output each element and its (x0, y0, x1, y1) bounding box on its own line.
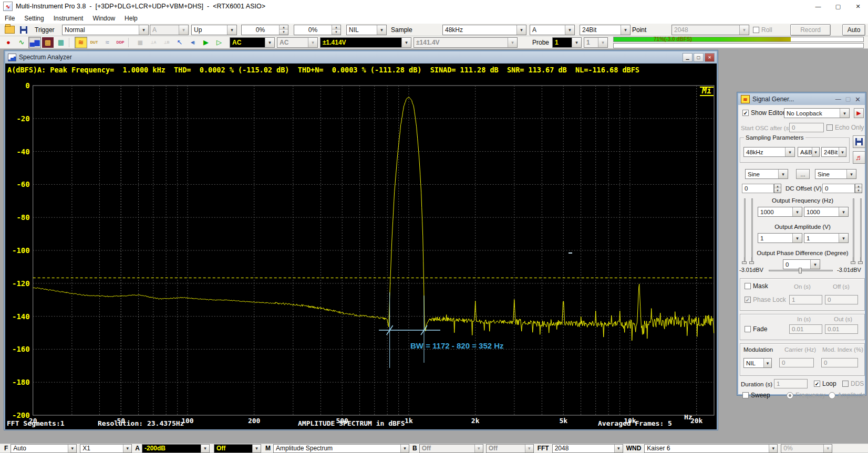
dds-checkbox[interactable]: DDS (842, 380, 864, 387)
spectrum-3d-plot-icon[interactable]: ▦ (55, 37, 67, 48)
display-mode-select[interactable]: Amplitude Spectrum▾ (273, 444, 409, 453)
coupling-b-select[interactable]: AC▾ (277, 37, 318, 48)
range-a-select[interactable]: ±1.414V▾ (320, 37, 411, 48)
y-range-a-select[interactable]: -200dB▾ (142, 444, 210, 453)
sound-output-icon[interactable]: ◀) (187, 37, 199, 48)
mask-checkbox[interactable]: Mask (745, 282, 768, 290)
point-count-select[interactable]: 2048▾ (671, 25, 749, 35)
amplitude-a-select[interactable]: 1▾ (758, 233, 802, 243)
close-button[interactable]: ✕ (848, 0, 868, 13)
dc-offset-b-spinner[interactable]: ▲▼ (855, 184, 862, 193)
sweep-frequency-radio[interactable]: Frequency (787, 392, 825, 399)
minimize-button[interactable]: — (808, 0, 828, 13)
sample-bits-select[interactable]: 24Bit▾ (580, 25, 631, 35)
dc-offset-b-input[interactable]: 0 (822, 184, 855, 193)
child-minimize-button[interactable]: ▁ (683, 53, 693, 62)
trigger-source-select[interactable]: A▾ (150, 25, 189, 35)
spectrum-analyzer-icon[interactable]: ▄▆ (28, 37, 41, 48)
processing-a-select[interactable]: Off▾ (214, 444, 261, 453)
spin-up-icon[interactable]: ▲ (332, 25, 340, 30)
hot-panel-icon[interactable]: ◼ (134, 37, 147, 48)
overlap-select[interactable]: 0%▾ (781, 444, 832, 453)
multimeter-icon[interactable]: ▩ (42, 37, 54, 48)
gen-sample-rate-select[interactable]: 48kHz▾ (743, 147, 795, 157)
zoom-select[interactable]: X1▾ (80, 444, 132, 453)
phase-lock-checkbox[interactable]: Phase Lock (745, 296, 786, 303)
coupling-a-select[interactable]: AC▾ (230, 37, 275, 48)
fade-out-input[interactable]: 0.01 (825, 324, 858, 334)
run-continuous-icon[interactable]: ▷ (213, 37, 225, 48)
label-b-icon[interactable]: ⊥B (160, 37, 173, 48)
cursor-probe-icon[interactable]: ↖ (173, 37, 186, 48)
trigger-hpf-select[interactable]: NIL▾ (346, 25, 387, 35)
duration-input[interactable]: 1 (774, 379, 808, 388)
sweep-amplitude-radio[interactable]: Amplitude (829, 392, 865, 399)
spin-up-icon[interactable]: ▲ (774, 184, 781, 188)
signal-generator-titlebar[interactable]: ≋ Signal Gener... — ▢ ✕ (738, 93, 865, 105)
trigger-level-spinner[interactable]: 0%▲▼ (241, 25, 288, 35)
mask-off-input[interactable]: 0 (825, 295, 858, 304)
window-function-select[interactable]: Kaiser 6▾ (644, 444, 778, 453)
level-slider-handle[interactable] (742, 261, 747, 264)
menu-item-setting[interactable]: Setting (19, 15, 48, 22)
spectrum-window-titlebar[interactable]: ▂▅▇ Spectrum Analyzer ▁ ▢ ✕ (5, 51, 717, 64)
frequency-b-select[interactable]: 1000▾ (804, 207, 849, 217)
gen-save-button[interactable] (853, 135, 865, 148)
spin-up-icon[interactable]: ▲ (855, 184, 862, 188)
menu-item-window[interactable]: Window (88, 15, 120, 22)
save-file-button[interactable] (17, 24, 30, 36)
trigger-delay-spinner[interactable]: 0%▲▼ (294, 25, 341, 35)
open-file-button[interactable] (3, 24, 16, 36)
probe-b-select[interactable]: 1▾ (584, 37, 608, 48)
menu-item-help[interactable]: Help (120, 15, 142, 22)
start-osc-input[interactable]: 0 (789, 123, 824, 132)
spectrum-plot[interactable]: 0-20-40-60-80-100-120-140-160-180-200205… (5, 76, 717, 429)
panel-minimize-button[interactable]: — (835, 96, 841, 103)
freq-axis-select[interactable]: Auto▾ (11, 444, 77, 453)
waveform-b-select[interactable]: Sine▾ (815, 169, 856, 179)
waveform-a-select[interactable]: Sine▾ (745, 169, 788, 179)
loopback-select[interactable]: No Loopback▾ (784, 108, 850, 118)
sweep-checkbox[interactable]: Sweep (742, 392, 770, 399)
dc-offset-a-spinner[interactable]: ▲▼ (774, 184, 781, 193)
loop-checkbox[interactable]: Loop (814, 380, 836, 387)
panel-maximize-button[interactable]: ▢ (845, 96, 851, 103)
auto-button[interactable]: Auto (842, 24, 865, 36)
show-editor-checkbox[interactable]: Show Editor (742, 109, 785, 117)
oscilloscope-icon[interactable]: ∿ (15, 37, 28, 48)
mask-on-input[interactable]: 1 (789, 295, 822, 304)
spin-down-icon[interactable]: ▼ (774, 188, 781, 193)
spin-down-icon[interactable]: ▼ (332, 30, 340, 35)
label-a-icon[interactable]: ⊥A (147, 37, 160, 48)
menu-item-file[interactable]: File (0, 15, 19, 22)
processing-b-select[interactable]: Off▾ (486, 444, 534, 453)
maximize-button[interactable]: ▢ (828, 0, 848, 13)
spin-up-icon[interactable]: ▲ (280, 25, 288, 30)
y-range-b-select[interactable]: Off▾ (419, 444, 483, 453)
fade-checkbox[interactable]: Fade (745, 325, 767, 333)
signal-generator-icon[interactable]: ≋ (75, 37, 87, 48)
child-close-button[interactable]: ✕ (705, 53, 715, 62)
sample-channel-select[interactable]: A▾ (530, 25, 575, 35)
range-b-select[interactable]: ±141.4V▾ (414, 37, 518, 48)
level-slider-handle[interactable] (858, 261, 863, 264)
fade-in-input[interactable]: 0.01 (789, 324, 822, 334)
run-icon[interactable]: ▶ (200, 37, 212, 48)
carrier-input[interactable]: 0 (779, 358, 814, 367)
waveform-more-button[interactable]: ... (796, 169, 810, 179)
record-icon[interactable]: ● (2, 37, 15, 48)
generator-start-button[interactable]: ▶ (854, 108, 864, 118)
derived-data-point-icon[interactable]: ≈ (101, 37, 113, 48)
balance-slider-handle[interactable] (799, 268, 802, 273)
gen-library-button[interactable]: ♬ (853, 151, 865, 164)
level-slider-handle[interactable] (851, 261, 855, 264)
amplitude-b-select[interactable]: 1▾ (804, 233, 849, 243)
roll-checkbox[interactable]: Roll (753, 26, 772, 34)
level-slider-handle[interactable] (749, 261, 754, 264)
panel-close-button[interactable]: ✕ (855, 96, 861, 103)
gen-channels-select[interactable]: A&B▾ (798, 147, 820, 157)
echo-only-checkbox[interactable]: Echo Only (826, 124, 864, 131)
spin-down-icon[interactable]: ▼ (855, 188, 862, 193)
record-button[interactable]: Record (790, 24, 831, 36)
modulation-select[interactable]: NIL▾ (743, 358, 772, 368)
